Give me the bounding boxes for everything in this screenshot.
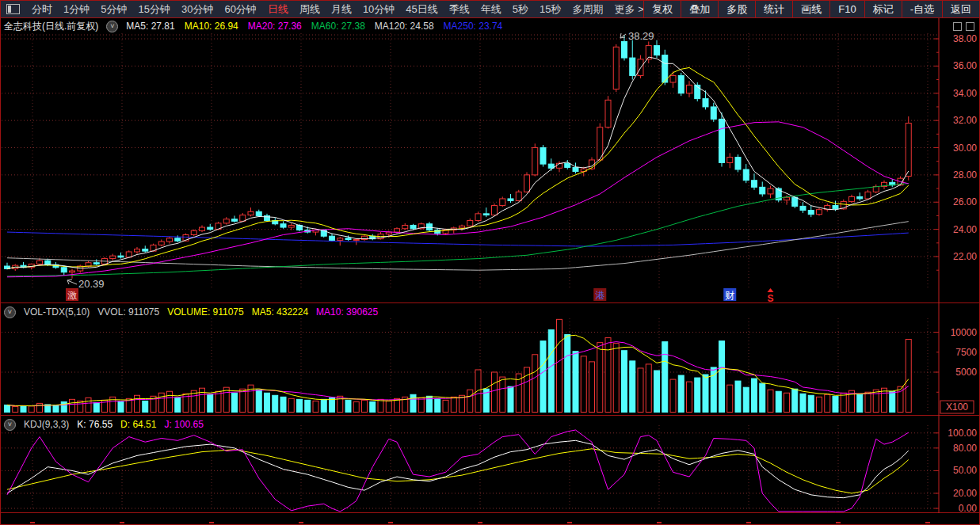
- volume-bar-14[interactable]: [118, 401, 124, 412]
- candle-60[interactable]: [492, 206, 498, 215]
- event-marker-dividend[interactable]: S: [767, 293, 773, 304]
- volume-bar-64[interactable]: [524, 367, 530, 413]
- candle-4[interactable]: [37, 261, 43, 264]
- volume-bar-33[interactable]: [273, 395, 278, 412]
- volume-bar-89[interactable]: [727, 385, 733, 412]
- volume-bar-16[interactable]: [135, 395, 140, 412]
- candle-40[interactable]: [330, 236, 335, 240]
- candle-65[interactable]: [532, 148, 538, 175]
- volume-bar-78[interactable]: [638, 368, 643, 413]
- volume-bar-68[interactable]: [557, 319, 562, 412]
- volume-bar-79[interactable]: [646, 364, 651, 413]
- candle-84[interactable]: [687, 85, 692, 93]
- volume-bar-106[interactable]: [865, 392, 871, 412]
- volume-bar-82[interactable]: [670, 379, 676, 412]
- volume-bar-83[interactable]: [678, 375, 684, 412]
- candle-43[interactable]: [353, 240, 359, 241]
- volume-bar-107[interactable]: [873, 390, 879, 412]
- volume-bar-10[interactable]: [86, 398, 91, 412]
- volume-bar-81[interactable]: [662, 342, 668, 413]
- volume-bar-75[interactable]: [613, 344, 619, 413]
- volume-bar-67[interactable]: [548, 329, 554, 412]
- candle-66[interactable]: [540, 148, 546, 165]
- volume-bar-51[interactable]: [418, 398, 424, 412]
- volume-bar-66[interactable]: [540, 341, 546, 413]
- volume-bar-98[interactable]: [800, 394, 806, 412]
- volume-bar-86[interactable]: [703, 375, 708, 412]
- volume-bar-58[interactable]: [475, 370, 481, 413]
- volume-bar-45[interactable]: [370, 401, 376, 412]
- volume-bar-76[interactable]: [622, 351, 627, 413]
- candle-97[interactable]: [792, 197, 798, 206]
- volume-bar-54[interactable]: [443, 400, 448, 412]
- candle-50[interactable]: [410, 225, 416, 228]
- volume-bar-84[interactable]: [687, 382, 692, 412]
- candle-96[interactable]: [784, 197, 790, 200]
- event-marker[interactable]: 财: [725, 290, 734, 301]
- volume-bar-57[interactable]: [467, 390, 473, 412]
- volume-bar-103[interactable]: [841, 393, 846, 412]
- volume-bar-105[interactable]: [857, 394, 863, 412]
- candle-28[interactable]: [232, 219, 238, 222]
- volume-bar-38[interactable]: [313, 401, 318, 412]
- candle-111[interactable]: [906, 124, 911, 177]
- candle-27[interactable]: [223, 219, 229, 223]
- candle-25[interactable]: [208, 227, 213, 230]
- candle-70[interactable]: [573, 167, 578, 171]
- volume-bar-101[interactable]: [825, 394, 830, 412]
- candle-69[interactable]: [565, 163, 570, 167]
- candle-49[interactable]: [402, 225, 408, 228]
- candle-11[interactable]: [93, 263, 99, 264]
- volume-bar-19[interactable]: [158, 393, 164, 412]
- volume-bar-85[interactable]: [695, 378, 700, 412]
- volume-bar-80[interactable]: [654, 371, 660, 413]
- volume-bar-60[interactable]: [492, 372, 498, 413]
- volume-bar-34[interactable]: [280, 397, 286, 412]
- candle-10[interactable]: [86, 263, 91, 266]
- volume-bar-26[interactable]: [215, 391, 221, 412]
- candle-35[interactable]: [288, 225, 294, 227]
- volume-bar-28[interactable]: [232, 393, 238, 412]
- volume-bar-71[interactable]: [581, 356, 586, 413]
- candle-80[interactable]: [654, 46, 660, 55]
- candle-7[interactable]: [61, 268, 67, 272]
- candle-87[interactable]: [711, 107, 716, 119]
- volume-bar-47[interactable]: [386, 401, 391, 412]
- candle-83[interactable]: [678, 75, 684, 93]
- candle-17[interactable]: [143, 249, 148, 252]
- candle-64[interactable]: [524, 175, 530, 192]
- candle-102[interactable]: [833, 206, 838, 209]
- candle-57[interactable]: [467, 220, 473, 226]
- candle-104[interactable]: [849, 196, 855, 201]
- candle-90[interactable]: [735, 158, 741, 169]
- candle-89[interactable]: [727, 158, 733, 163]
- volume-bar-32[interactable]: [265, 393, 270, 412]
- volume-bar-102[interactable]: [833, 396, 838, 412]
- candle-88[interactable]: [719, 119, 725, 162]
- candle-59[interactable]: [483, 214, 489, 215]
- candle-99[interactable]: [808, 211, 814, 215]
- volume-bar-99[interactable]: [808, 395, 814, 412]
- candle-20[interactable]: [167, 238, 173, 242]
- volume-bar-24[interactable]: [200, 388, 205, 412]
- candle-93[interactable]: [760, 187, 765, 194]
- candle-82[interactable]: [670, 75, 676, 82]
- chevron-down-icon[interactable]: ˅: [4, 306, 16, 318]
- candle-48[interactable]: [395, 229, 400, 232]
- volume-bar-96[interactable]: [784, 393, 790, 412]
- volume-bar-73[interactable]: [597, 343, 603, 413]
- volume-bar-109[interactable]: [890, 391, 895, 412]
- volume-bar-65[interactable]: [532, 355, 538, 413]
- volume-bar-31[interactable]: [256, 390, 261, 412]
- volume-bar-36[interactable]: [297, 399, 303, 412]
- candle-92[interactable]: [752, 181, 757, 188]
- candle-56[interactable]: [459, 226, 465, 228]
- volume-bar-108[interactable]: [882, 388, 887, 412]
- volume-bar-17[interactable]: [143, 401, 148, 412]
- event-marker[interactable]: 激: [67, 290, 77, 301]
- candle-58[interactable]: [475, 214, 481, 221]
- candle-100[interactable]: [817, 210, 822, 215]
- candle-41[interactable]: [337, 238, 343, 241]
- volume-bar-29[interactable]: [240, 389, 246, 412]
- candle-31[interactable]: [256, 211, 261, 215]
